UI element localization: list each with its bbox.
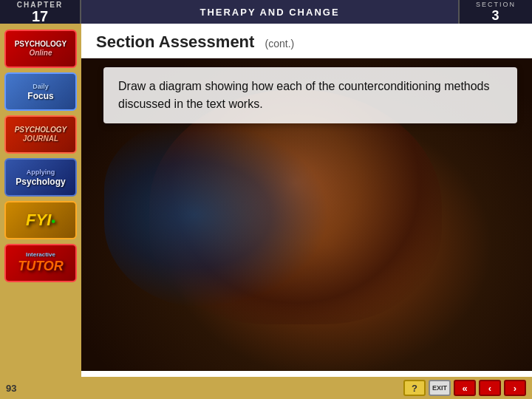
text-overlay: Draw a diagram showing how each of the c… bbox=[103, 67, 517, 123]
fyi-dot: • bbox=[51, 215, 55, 228]
chapter-indicator: CHAPTER 17 bbox=[0, 0, 81, 24]
section-number: 3 bbox=[491, 8, 499, 24]
interactive-tutor-button[interactable]: Interactive TUTOR bbox=[4, 244, 77, 282]
daily-focus-label1: Daily bbox=[33, 83, 49, 90]
cont-label: (cont.) bbox=[265, 38, 295, 50]
psychology-online-label2: Online bbox=[29, 49, 52, 57]
assessment-body-text: Draw a diagram showing how each of the c… bbox=[118, 78, 502, 113]
next-button[interactable]: › bbox=[504, 380, 526, 396]
interactive-label: Interactive bbox=[18, 251, 64, 259]
top-bar: CHAPTER 17 THERAPY AND CHANGE SECTION 3 bbox=[0, 0, 532, 24]
chapter-label: CHAPTER bbox=[17, 1, 63, 9]
content-header: Section Assessment (cont.) bbox=[81, 24, 532, 58]
fyi-button[interactable]: FYI• bbox=[4, 201, 77, 239]
prev-prev-button[interactable]: « bbox=[454, 380, 476, 396]
section-title: Section Assessment (cont.) bbox=[96, 33, 294, 51]
help-button[interactable]: ? bbox=[403, 380, 426, 396]
journal-label2: JOURNAL bbox=[23, 134, 58, 143]
exit-button[interactable]: EXIT bbox=[429, 380, 451, 396]
left-sidebar: PSYCHOLOGY Online Daily Focus PSYCHOLOGY… bbox=[0, 24, 81, 377]
bottom-navigation: ? EXIT « ‹ › bbox=[403, 380, 526, 396]
presentation-title: THERAPY AND CHANGE bbox=[81, 0, 458, 24]
fyi-label: FYI• bbox=[26, 211, 55, 230]
chapter-number: 17 bbox=[32, 9, 48, 24]
content-body: Draw a diagram showing how each of the c… bbox=[81, 58, 532, 371]
psychology-online-button[interactable]: PSYCHOLOGY Online bbox=[4, 30, 77, 68]
tutor-label: TUTOR bbox=[18, 259, 64, 273]
main-content: Section Assessment (cont.) Draw a diagra… bbox=[81, 24, 532, 377]
page-number: 93 bbox=[6, 383, 16, 394]
journal-label1: PSYCHOLOGY bbox=[15, 126, 67, 134]
applying-label1: Applying bbox=[27, 168, 55, 176]
bottom-bar: 93 ? EXIT « ‹ › bbox=[0, 377, 532, 399]
title-text: Section Assessment bbox=[96, 33, 254, 51]
daily-focus-button[interactable]: Daily Focus bbox=[4, 72, 77, 111]
section-indicator: SECTION 3 bbox=[458, 0, 532, 24]
applying-psychology-button[interactable]: Applying Psychology bbox=[4, 158, 77, 197]
psychology-online-label1: PSYCHOLOGY bbox=[15, 40, 67, 48]
section-label: SECTION bbox=[476, 1, 516, 8]
applying-label2: Psychology bbox=[16, 177, 65, 187]
psychology-journal-button[interactable]: PSYCHOLOGY JOURNAL bbox=[4, 115, 77, 154]
prev-button[interactable]: ‹ bbox=[479, 380, 501, 396]
daily-focus-label2: Focus bbox=[27, 91, 53, 101]
